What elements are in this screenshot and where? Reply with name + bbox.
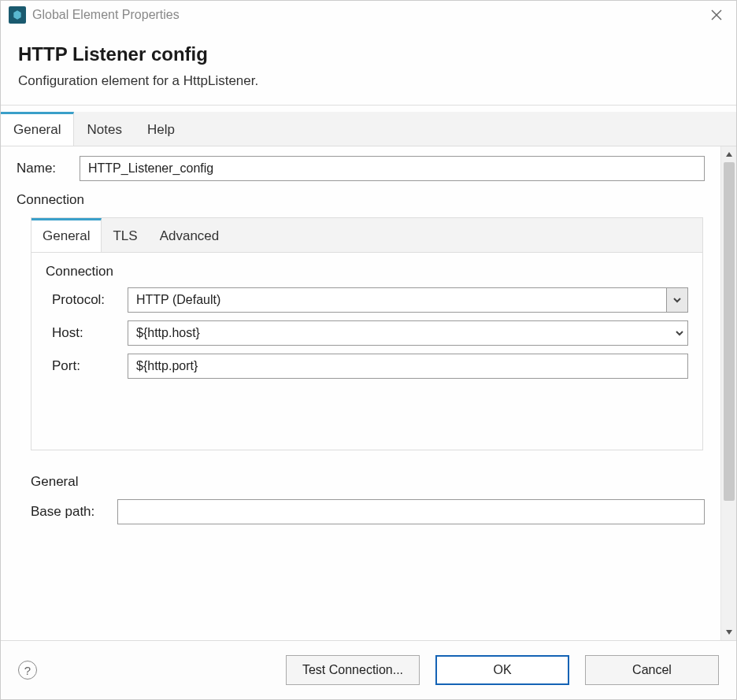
close-icon xyxy=(711,9,722,20)
host-row: Host: xyxy=(46,320,688,346)
app-icon xyxy=(9,6,26,24)
connection-inner-label: Connection xyxy=(46,264,688,280)
port-input[interactable] xyxy=(128,354,688,379)
dialog-window: Global Element Properties HTTP Listener … xyxy=(0,0,737,700)
page-title: HTTP Listener config xyxy=(18,43,719,65)
connection-content: Connection Protocol: Host: xyxy=(31,253,702,450)
scroll-thumb[interactable] xyxy=(724,162,735,501)
help-icon[interactable]: ? xyxy=(18,661,37,680)
base-path-row: Base path: xyxy=(31,499,705,524)
protocol-select[interactable] xyxy=(128,287,688,313)
connection-section-label: Connection xyxy=(17,192,705,208)
main-tabs: General Notes Help xyxy=(1,112,736,146)
general-label: General xyxy=(31,474,705,490)
titlebar: Global Element Properties xyxy=(1,1,736,29)
chevron-up-icon xyxy=(725,150,733,158)
header-region: HTTP Listener config Configuration eleme… xyxy=(1,29,736,106)
connection-tab-advanced[interactable]: Advanced xyxy=(149,218,231,252)
footer-buttons: Test Connection... OK Cancel xyxy=(286,655,719,685)
base-path-label: Base path: xyxy=(31,504,117,520)
close-button[interactable] xyxy=(705,3,728,27)
scroll-body: Name: Connection General TLS Advanced Co… xyxy=(1,146,720,640)
protocol-row: Protocol: xyxy=(46,287,688,313)
host-label: Host: xyxy=(52,325,128,341)
connection-tab-general[interactable]: General xyxy=(31,218,102,252)
host-input[interactable] xyxy=(128,320,688,346)
window-title: Global Element Properties xyxy=(32,8,180,22)
tab-help[interactable]: Help xyxy=(135,112,187,146)
protocol-label: Protocol: xyxy=(52,292,128,308)
port-label: Port: xyxy=(52,358,128,374)
port-row: Port: xyxy=(46,354,688,379)
vertical-scrollbar[interactable] xyxy=(720,146,736,640)
tab-general[interactable]: General xyxy=(1,112,74,146)
general-section: General Base path: xyxy=(17,474,705,524)
base-path-input[interactable] xyxy=(117,499,705,524)
connection-tabs: General TLS Advanced xyxy=(31,218,702,253)
host-combo-wrap[interactable] xyxy=(128,320,688,346)
ok-button[interactable]: OK xyxy=(435,655,569,685)
name-label: Name: xyxy=(17,161,80,176)
svg-marker-2 xyxy=(726,152,732,157)
connection-panel: General TLS Advanced Connection Protocol… xyxy=(31,217,703,450)
content-area: Name: Connection General TLS Advanced Co… xyxy=(1,146,736,640)
connection-tab-tls[interactable]: TLS xyxy=(102,218,148,252)
chevron-down-icon xyxy=(725,628,733,636)
scroll-down-arrow[interactable] xyxy=(721,624,736,640)
name-row: Name: xyxy=(17,156,705,181)
tab-notes[interactable]: Notes xyxy=(74,112,134,146)
test-connection-button[interactable]: Test Connection... xyxy=(286,655,420,685)
name-input[interactable] xyxy=(80,156,705,181)
dialog-footer: ? Test Connection... OK Cancel xyxy=(1,640,736,699)
page-subtitle: Configuration element for a HttpListener… xyxy=(18,73,719,89)
cancel-button[interactable]: Cancel xyxy=(585,655,719,685)
scroll-up-arrow[interactable] xyxy=(721,146,736,162)
protocol-select-wrap[interactable] xyxy=(128,287,688,313)
svg-marker-3 xyxy=(726,630,732,635)
titlebar-left: Global Element Properties xyxy=(9,6,180,24)
